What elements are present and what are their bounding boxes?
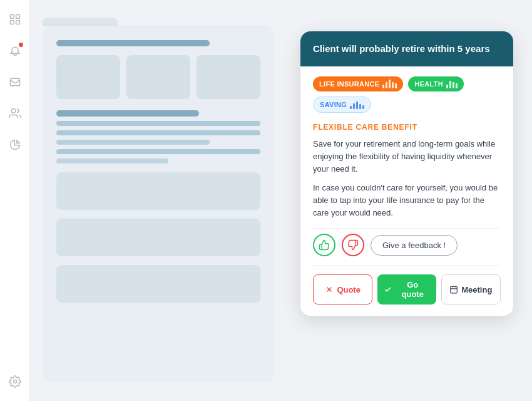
main-container: Client will probably retire within 5 yea…	[0, 0, 532, 401]
tag-life-insurance-bars	[382, 80, 397, 88]
doc-big-box-3	[56, 265, 260, 303]
quote-button[interactable]: Quote	[313, 274, 372, 305]
bar-3	[389, 80, 391, 88]
doc-line-7	[56, 159, 168, 164]
doc-big-box-1	[56, 172, 260, 210]
svg-rect-7	[451, 287, 458, 294]
tags-row: LIFE INSURANCE HEALTH	[313, 76, 501, 113]
sbar-1	[350, 106, 352, 109]
tag-health-bars	[446, 80, 458, 88]
sidebar-item-settings[interactable]	[8, 375, 22, 388]
document-tab	[43, 18, 118, 26]
doc-boxes-row	[56, 55, 260, 99]
meeting-button-label: Meeting	[461, 285, 492, 294]
hbar-2	[449, 81, 451, 88]
svg-rect-2	[10, 21, 14, 24]
give-feedback-button[interactable]: Give a feedback !	[371, 235, 458, 256]
benefit-paragraph-2: In case you couldn't care for yourself, …	[313, 182, 501, 219]
info-card: Client will probably retire within 5 yea…	[300, 31, 513, 316]
meeting-button[interactable]: Meeting	[441, 274, 501, 305]
doc-line-6	[56, 149, 260, 154]
doc-line-2	[56, 110, 199, 117]
benefit-paragraph-1: Save for your retirement and long-term g…	[313, 138, 501, 175]
thumbs-down-button[interactable]	[342, 234, 364, 256]
doc-line-5	[56, 140, 210, 145]
hbar-3	[453, 82, 454, 88]
sbar-3	[356, 102, 358, 109]
benefit-title: FLEXIBLE CARE BENEFIT	[313, 123, 501, 132]
sidebar-item-users[interactable]	[8, 107, 22, 120]
svg-point-4	[13, 380, 16, 383]
bar-2	[386, 82, 387, 88]
sidebar-item-notifications[interactable]	[8, 44, 22, 58]
sbar-2	[353, 103, 355, 109]
doc-box-2	[126, 55, 190, 99]
check-icon	[384, 285, 392, 294]
doc-big-box-2	[56, 219, 260, 256]
sbar-5	[362, 105, 364, 109]
info-card-header: Client will probably retire within 5 yea…	[300, 31, 513, 66]
sidebar-item-dashboard[interactable]	[8, 13, 22, 26]
svg-rect-0	[10, 15, 14, 19]
doc-line-4	[56, 130, 260, 135]
doc-text-lines-1	[56, 110, 260, 164]
bar-5	[395, 83, 397, 88]
go-quote-button[interactable]: Go quote	[377, 274, 436, 305]
tag-saving-label: SAVING	[320, 101, 347, 108]
doc-line-3	[56, 121, 260, 126]
svg-rect-1	[16, 15, 19, 19]
sidebar-item-analytics[interactable]	[8, 138, 22, 152]
info-card-title: Client will probably retire within 5 yea…	[313, 43, 490, 54]
notification-dot	[19, 43, 23, 47]
doc-box-1	[56, 55, 120, 99]
doc-box-3	[197, 55, 260, 99]
bar-4	[392, 82, 394, 88]
action-row: Quote Go quote Meeting	[313, 265, 501, 305]
bar-1	[382, 85, 384, 88]
go-quote-button-label: Go quote	[396, 280, 430, 299]
sidebar	[0, 0, 30, 401]
tag-saving[interactable]: SAVING	[313, 96, 371, 113]
sbar-4	[359, 104, 361, 109]
thumbs-up-button[interactable]	[313, 234, 335, 256]
sidebar-item-mail[interactable]	[8, 75, 22, 89]
tag-health[interactable]: HEALTH	[408, 76, 464, 91]
feedback-row: Give a feedback !	[313, 228, 501, 256]
tag-life-insurance[interactable]: LIFE INSURANCE	[313, 76, 403, 91]
doc-line-1	[56, 40, 210, 46]
hbar-1	[446, 85, 448, 88]
tag-life-insurance-label: LIFE INSURANCE	[319, 80, 379, 88]
x-icon	[325, 285, 334, 294]
hbar-4	[456, 83, 458, 88]
tag-health-label: HEALTH	[414, 80, 443, 88]
quote-button-label: Quote	[337, 285, 361, 294]
svg-rect-3	[16, 21, 19, 24]
tag-saving-bars	[350, 100, 364, 109]
document-card	[43, 25, 274, 382]
calendar-icon	[449, 285, 458, 294]
info-card-body: LIFE INSURANCE HEALTH	[300, 66, 513, 316]
